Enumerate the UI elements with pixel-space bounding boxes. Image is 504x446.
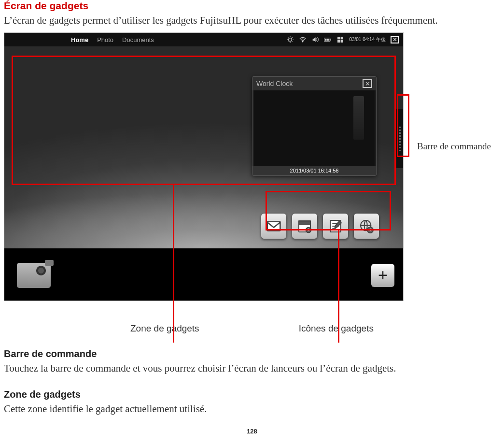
callout-label-zone: Zone de gadgets xyxy=(130,323,199,334)
figure-row: Home Photo Documents xyxy=(4,32,500,301)
svg-point-1 xyxy=(303,41,304,42)
svg-point-0 xyxy=(289,38,292,42)
close-icon[interactable]: ✕ xyxy=(391,36,399,43)
gadget-icons-tray xyxy=(258,211,382,242)
section-commandbar-text: Touchez la barre de commande et vous pou… xyxy=(4,362,500,374)
world-clock-gadget-icon[interactable] xyxy=(354,214,379,239)
section-zone-text: Cette zone identifie le gadget actuellem… xyxy=(4,403,500,415)
add-button[interactable]: + xyxy=(371,264,394,287)
gadget-close-icon[interactable]: ✕ xyxy=(363,79,372,88)
camera-icon[interactable] xyxy=(17,263,51,288)
tab-photo[interactable]: Photo xyxy=(97,36,113,43)
svg-rect-9 xyxy=(337,40,340,43)
tab-documents[interactable]: Documents xyxy=(122,36,154,43)
battery-icon[interactable] xyxy=(324,36,332,43)
svg-rect-10 xyxy=(341,40,343,43)
world-clock-gadget[interactable]: World Clock ✕ 2011/03/01 16:14:56 xyxy=(252,76,377,176)
command-bar[interactable] xyxy=(396,109,403,168)
screenshot-bottombar: + xyxy=(4,248,403,301)
svg-rect-11 xyxy=(267,222,280,231)
volume-icon[interactable] xyxy=(311,36,319,43)
screenshot-body: World Clock ✕ 2011/03/01 16:14:56 xyxy=(4,46,403,248)
gadget-title: World Clock xyxy=(256,80,293,87)
svg-rect-8 xyxy=(341,37,343,39)
section-zone-heading: Zone de gadgets xyxy=(4,389,500,400)
svg-rect-13 xyxy=(299,221,310,224)
screenshot: Home Photo Documents xyxy=(4,32,404,301)
callout-label-icons: Icônes de gadgets xyxy=(299,323,374,334)
svg-rect-4 xyxy=(327,39,328,41)
status-clock: 03/01 04:14 午後 xyxy=(349,36,386,43)
page-title: Écran de gadgets xyxy=(4,0,500,12)
svg-rect-7 xyxy=(337,37,340,39)
gadget-body xyxy=(254,90,375,166)
notes-gadget-icon[interactable] xyxy=(323,214,348,239)
intro-text: L’écran de gadgets permet d’utiliser les… xyxy=(4,14,500,27)
svg-rect-3 xyxy=(325,39,326,41)
page-number: 128 xyxy=(4,428,500,435)
screenshot-topbar: Home Photo Documents xyxy=(4,33,403,46)
calendar-gadget-icon[interactable] xyxy=(292,214,317,239)
mail-gadget-icon[interactable] xyxy=(261,214,286,239)
brightness-icon[interactable] xyxy=(286,36,294,43)
svg-rect-6 xyxy=(331,39,331,41)
gadget-timestamp: 2011/03/01 16:14:56 xyxy=(252,166,376,175)
wifi-icon[interactable] xyxy=(299,36,307,43)
tab-home[interactable]: Home xyxy=(71,36,88,43)
callout-label-commandbar: Barre de commande xyxy=(417,141,491,153)
svg-rect-5 xyxy=(328,39,330,41)
callouts-bottom: Zone de gadgets Icônes de gadgets xyxy=(4,323,500,334)
section-commandbar-heading: Barre de commande xyxy=(4,348,500,360)
grid-icon[interactable] xyxy=(336,36,344,43)
